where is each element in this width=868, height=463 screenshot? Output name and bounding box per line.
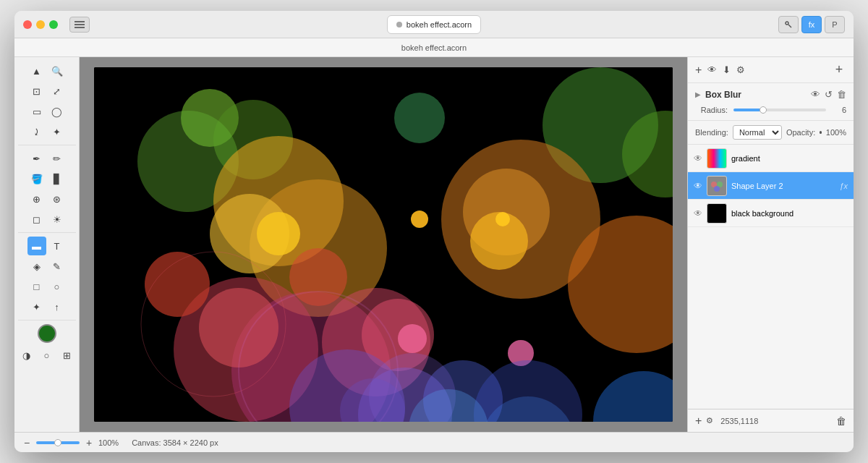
lasso-tool[interactable]: ⤸ xyxy=(27,122,46,141)
color-picker[interactable] xyxy=(38,324,56,343)
heal-tool[interactable]: ⊛ xyxy=(48,190,67,208)
svg-point-22 xyxy=(199,288,278,368)
marquee-rect-tool[interactable]: ▭ xyxy=(27,102,46,121)
panel-visible-icon[interactable]: 👁 xyxy=(707,64,717,75)
crop-tool[interactable]: ⊡ xyxy=(27,82,46,101)
transform-tool[interactable]: ⤢ xyxy=(48,82,67,101)
panel-coordinates: 2535,1118 xyxy=(720,417,758,425)
zoom-tool[interactable]: 🔍 xyxy=(48,61,67,80)
opacity-label: Opacity: xyxy=(786,128,815,137)
clone-tool[interactable]: ⊕ xyxy=(27,190,46,208)
sun-tool[interactable]: ☀ xyxy=(48,210,67,229)
dropper-tool[interactable]: ✒ xyxy=(27,149,46,168)
p-label: P xyxy=(832,20,837,29)
p-button[interactable]: P xyxy=(825,16,845,33)
canvas-area[interactable] xyxy=(80,57,687,432)
arrow-tool[interactable]: ↑ xyxy=(48,297,67,316)
tab-icon xyxy=(396,22,402,27)
color-mode-tool[interactable]: ◑ xyxy=(17,346,36,365)
eraser-tool[interactable]: ◻ xyxy=(27,210,46,229)
layer-shape2-fx: ƒx xyxy=(839,182,848,190)
close-button[interactable] xyxy=(23,20,32,29)
panel-gear-bottom[interactable]: ⚙ xyxy=(706,416,713,425)
titlebar: bokeh effect.acorn fx P xyxy=(14,11,854,38)
gradient-tool[interactable]: ▊ xyxy=(48,169,67,188)
panel-top-bar: + 👁 ⬇ ⚙ + xyxy=(688,57,854,83)
select-tool[interactable]: ▲ xyxy=(27,61,46,80)
minimize-button[interactable] xyxy=(36,20,45,29)
blending-row: Blending: Normal Multiply Screen Opacity… xyxy=(688,121,854,145)
filter-section: ▶ Box Blur 👁 ↺ 🗑 Radius: 6 xyxy=(688,83,854,121)
layer-gradient[interactable]: 👁 gradient xyxy=(688,145,854,172)
bezier-tool[interactable]: ◈ xyxy=(27,257,46,276)
zoom-fit-tool[interactable]: ⊞ xyxy=(58,346,77,365)
traffic-lights xyxy=(23,20,58,29)
rect-shape-tool[interactable]: ▬ xyxy=(27,237,46,255)
circle-outline-tool[interactable]: ○ xyxy=(38,346,56,365)
opacity-value: 100% xyxy=(826,128,846,137)
layer-shape2-name: Shape Layer 2 xyxy=(731,182,835,190)
tab-title: bokeh effect.acorn xyxy=(407,20,472,29)
filter-refresh-icon[interactable]: ↺ xyxy=(825,89,833,100)
svg-point-44 xyxy=(714,186,720,192)
sidebar-toggle[interactable] xyxy=(69,17,90,33)
layer-shape2-visibility[interactable]: 👁 xyxy=(694,181,702,191)
svg-line-4 xyxy=(788,25,791,27)
panel-bottom: + ⚙ 2535,1118 🗑 xyxy=(688,409,854,432)
tab-bar: bokeh effect.acorn xyxy=(95,15,773,34)
maximize-button[interactable] xyxy=(49,20,58,29)
svg-point-27 xyxy=(411,211,428,228)
blending-select[interactable]: Normal Multiply Screen xyxy=(733,125,782,140)
layer-bg-name: black background xyxy=(731,209,848,218)
filter-delete-icon[interactable]: 🗑 xyxy=(837,89,846,100)
layer-gradient-visibility[interactable]: 👁 xyxy=(694,153,702,163)
panel-bottom-add-button[interactable]: + xyxy=(695,415,702,428)
zoom-out-button[interactable]: − xyxy=(22,438,32,448)
layer-black-bg[interactable]: 👁 black background xyxy=(688,200,854,227)
star-tool[interactable]: ✦ xyxy=(27,297,46,316)
panel-download-icon[interactable]: ⬇ xyxy=(723,64,731,75)
layers-area: 👁 gradient 👁 Shape Layer 2 xyxy=(688,145,854,409)
app-title-bar: bokeh effect.acorn xyxy=(14,38,854,57)
text-tool[interactable]: T xyxy=(48,237,67,255)
zoom-slider[interactable] xyxy=(36,441,80,444)
pen-tool[interactable]: ✏ xyxy=(48,149,67,168)
svg-point-15 xyxy=(257,212,300,255)
canvas-size: Canvas: 3584 × 2240 px xyxy=(132,438,218,447)
zoom-value: 100% xyxy=(98,438,119,447)
right-panel: + 👁 ⬇ ⚙ + ▶ Box Blur 👁 ↺ xyxy=(687,57,854,432)
magic-wand-tool[interactable]: ✦ xyxy=(48,122,67,141)
zoom-in-button[interactable]: + xyxy=(84,438,94,448)
filter-expand-icon[interactable]: ▶ xyxy=(695,90,701,98)
fx-label: fx xyxy=(809,20,815,29)
layer-shape-2[interactable]: 👁 Shape Layer 2 ƒx xyxy=(688,172,854,200)
layer-gradient-name: gradient xyxy=(731,154,848,163)
layer-bg-thumb xyxy=(707,203,727,224)
panel-add-icon[interactable]: + xyxy=(695,64,702,77)
filter-title: Box Blur xyxy=(705,90,741,100)
app-window: bokeh effect.acorn fx P bokeh effect.aco… xyxy=(14,11,854,452)
panel-delete-button[interactable]: 🗑 xyxy=(836,415,846,427)
filter-visible-icon[interactable]: 👁 xyxy=(811,89,820,100)
marquee-ellipse-tool[interactable]: ◯ xyxy=(48,102,67,121)
tools-button[interactable] xyxy=(778,16,799,33)
layer-shape2-thumb xyxy=(707,176,727,196)
radius-row: Radius: 6 xyxy=(695,106,846,114)
statusbar: − + 100% Canvas: 3584 × 2240 px xyxy=(14,432,854,452)
rect-outline-tool[interactable]: □ xyxy=(27,277,46,296)
radius-value: 6 xyxy=(832,106,846,114)
panel-add-button[interactable]: + xyxy=(832,63,846,77)
opacity-slider[interactable] xyxy=(820,131,822,134)
document-tab[interactable]: bokeh effect.acorn xyxy=(387,15,481,34)
fx-button[interactable]: fx xyxy=(801,16,822,33)
ellipse-outline-tool[interactable]: ○ xyxy=(48,277,67,296)
panel-gear-icon[interactable]: ⚙ xyxy=(736,64,745,75)
eyedropper-tool[interactable]: ✎ xyxy=(48,257,67,276)
canvas-image xyxy=(94,67,673,422)
svg-point-25 xyxy=(398,324,427,353)
paint-bucket-tool[interactable]: 🪣 xyxy=(27,169,46,188)
radius-slider[interactable] xyxy=(733,109,826,111)
layer-bg-visibility[interactable]: 👁 xyxy=(694,208,702,218)
blending-label: Blending: xyxy=(695,128,728,137)
svg-point-11 xyxy=(394,93,445,143)
